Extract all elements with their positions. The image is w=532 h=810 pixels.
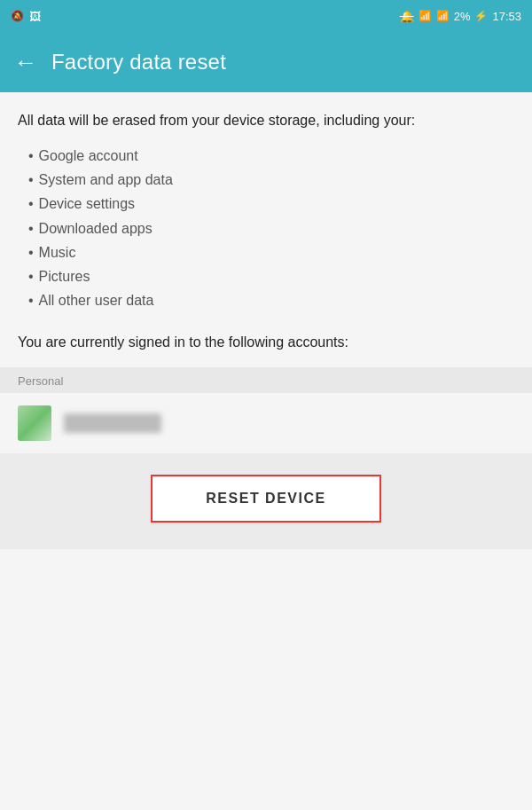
item-system-data: System and app data	[39, 168, 173, 192]
page-title: Factory data reset	[51, 50, 226, 75]
status-bar-left-icons: 🔕 🖼	[11, 10, 41, 23]
item-music: Music	[39, 240, 76, 264]
item-user-data: All other user data	[39, 288, 154, 312]
signal-icon: 📶	[436, 10, 450, 22]
list-item: •Music	[28, 240, 514, 264]
account-avatar	[18, 405, 51, 441]
list-item: •All other user data	[28, 288, 514, 312]
status-bar: 🔕 🖼 🔔 📶 📶 2% ⚡ 17:53	[0, 0, 532, 32]
bullet-7: •	[28, 288, 34, 312]
list-item: •Pictures	[28, 264, 514, 288]
top-bar: ← Factory data reset	[0, 32, 532, 92]
mute-icon: 🔔	[400, 10, 414, 23]
image-icon: 🖼	[29, 10, 41, 23]
account-row	[0, 393, 532, 453]
list-item: •System and app data	[28, 168, 514, 192]
main-content: All data will be erased from your device…	[0, 92, 532, 353]
bullet-3: •	[28, 192, 34, 216]
notification-icon: 🔕	[11, 10, 24, 22]
item-device-settings: Device settings	[39, 192, 136, 216]
status-bar-right-icons: 🔔 📶 📶 2% ⚡ 17:53	[400, 10, 521, 23]
erasure-items-list: •Google account •System and app data •De…	[18, 144, 514, 312]
bullet-4: •	[28, 216, 34, 240]
back-button[interactable]: ←	[14, 49, 37, 76]
bullet-6: •	[28, 264, 34, 288]
bullet-5: •	[28, 240, 34, 264]
bullet-2: •	[28, 168, 34, 192]
battery-level: 2%	[454, 10, 471, 23]
signed-in-text: You are currently signed in to the follo…	[18, 332, 514, 353]
item-google-account: Google account	[39, 144, 138, 168]
button-area: RESET DEVICE	[0, 453, 532, 549]
bullet-1: •	[28, 144, 34, 168]
time-display: 17:53	[492, 10, 521, 23]
personal-section: Personal	[0, 367, 532, 453]
list-item: •Google account	[28, 144, 514, 168]
personal-label: Personal	[0, 367, 532, 393]
list-item: •Device settings	[28, 192, 514, 216]
warning-text: All data will be erased from your device…	[18, 110, 514, 131]
list-item: •Downloaded apps	[28, 216, 514, 240]
wifi-icon: 📶	[419, 10, 432, 22]
battery-icon: ⚡	[474, 10, 488, 22]
item-pictures: Pictures	[39, 264, 90, 288]
item-downloaded-apps: Downloaded apps	[39, 216, 153, 240]
reset-device-button[interactable]: RESET DEVICE	[151, 475, 381, 523]
account-name-blurred	[64, 413, 161, 433]
